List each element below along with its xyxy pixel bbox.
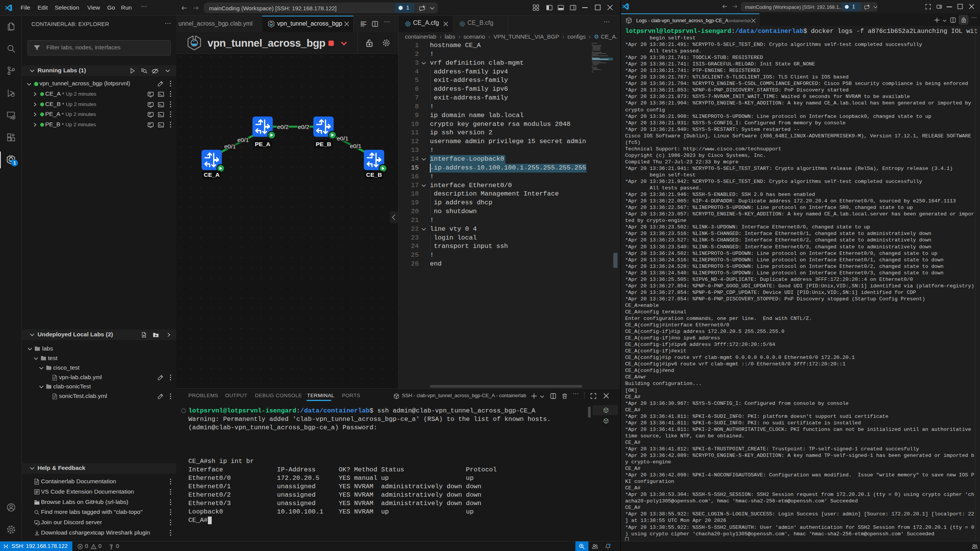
svg-text:e0/1: e0/1 [350, 143, 361, 149]
svg-text:e0/2: e0/2 [298, 124, 309, 130]
svg-text:PE_A: PE_A [255, 141, 271, 147]
svg-text:e0/1: e0/1 [337, 135, 348, 142]
svg-text:CE_B: CE_B [366, 171, 382, 178]
svg-text:e0/1: e0/1 [224, 143, 236, 150]
svg-text:e0/1: e0/1 [237, 137, 249, 143]
svg-text:CE_A: CE_A [204, 171, 219, 178]
svg-text:PE_B: PE_B [316, 141, 332, 147]
svg-text:e0/2: e0/2 [277, 124, 289, 130]
